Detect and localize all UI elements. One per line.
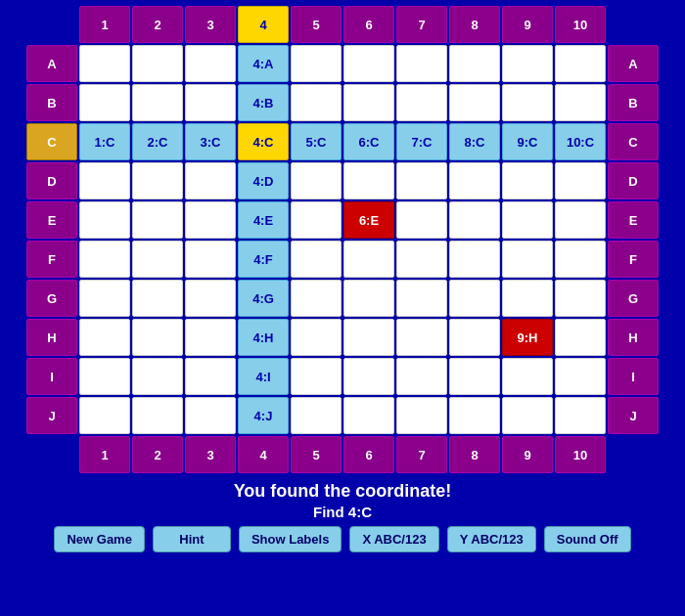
cell-8D[interactable] (449, 162, 500, 199)
cell-7B[interactable] (396, 84, 447, 121)
cell-5D[interactable] (291, 162, 342, 199)
show-labels-button[interactable]: Show Labels (239, 526, 342, 552)
cell-10I[interactable] (555, 358, 606, 395)
cell-2G[interactable] (132, 280, 183, 317)
cell-7F[interactable] (396, 241, 447, 278)
cell-9F[interactable] (502, 241, 553, 278)
cell-1B[interactable] (79, 84, 130, 121)
cell-7A[interactable] (396, 45, 447, 82)
cell-9H[interactable]: 9:H (502, 319, 553, 356)
cell-6I[interactable] (343, 358, 394, 395)
row-header-H-right[interactable]: H (608, 319, 659, 356)
cell-4D[interactable]: 4:D (238, 162, 289, 199)
cell-7D[interactable] (396, 162, 447, 199)
row-header-A-right[interactable]: A (608, 45, 659, 82)
cell-9G[interactable] (502, 280, 553, 317)
cell-8E[interactable] (449, 201, 500, 239)
row-header-B-left[interactable]: B (26, 84, 77, 121)
row-header-E-left[interactable]: E (26, 201, 77, 239)
cell-10D[interactable] (555, 162, 606, 199)
col-footer-8[interactable]: 8 (449, 436, 500, 473)
cell-4B[interactable]: 4:B (238, 84, 289, 121)
row-header-J-right[interactable]: J (608, 397, 659, 434)
col-footer-6[interactable]: 6 (343, 436, 394, 473)
row-header-C-right[interactable]: C (608, 123, 659, 160)
cell-10F[interactable] (555, 241, 606, 278)
cell-8F[interactable] (449, 241, 500, 278)
cell-6G[interactable] (343, 280, 394, 317)
cell-5H[interactable] (291, 319, 342, 356)
cell-3G[interactable] (185, 280, 236, 317)
cell-8H[interactable] (449, 319, 500, 356)
cell-10H[interactable] (555, 319, 606, 356)
cell-8I[interactable] (449, 358, 500, 395)
cell-3E[interactable] (185, 201, 236, 239)
cell-3B[interactable] (185, 84, 236, 121)
col-footer-2[interactable]: 2 (132, 436, 183, 473)
cell-3A[interactable] (185, 45, 236, 82)
col-footer-3[interactable]: 3 (185, 436, 236, 473)
cell-6E[interactable]: 6:E (343, 201, 394, 239)
cell-7H[interactable] (396, 319, 447, 356)
cell-7E[interactable] (396, 201, 447, 239)
row-header-G-right[interactable]: G (608, 280, 659, 317)
cell-2D[interactable] (132, 162, 183, 199)
cell-2I[interactable] (132, 358, 183, 395)
cell-5B[interactable] (291, 84, 342, 121)
cell-8C[interactable]: 8:C (449, 123, 500, 160)
col-footer-4[interactable]: 4 (238, 436, 289, 473)
cell-6B[interactable] (343, 84, 394, 121)
cell-10C[interactable]: 10:C (555, 123, 606, 160)
cell-1J[interactable] (79, 397, 130, 434)
cell-3I[interactable] (185, 358, 236, 395)
cell-2J[interactable] (132, 397, 183, 434)
cell-10G[interactable] (555, 280, 606, 317)
new-game-button[interactable]: New Game (54, 526, 144, 552)
col-header-10[interactable]: 10 (555, 6, 606, 43)
col-header-5[interactable]: 5 (291, 6, 342, 43)
col-header-8[interactable]: 8 (449, 6, 500, 43)
cell-1D[interactable] (79, 162, 130, 199)
sound-off-button[interactable]: Sound Off (544, 526, 631, 552)
cell-2A[interactable] (132, 45, 183, 82)
cell-9J[interactable] (502, 397, 553, 434)
y-abc-button[interactable]: Y ABC/123 (447, 526, 536, 552)
row-header-I-left[interactable]: I (26, 358, 77, 395)
col-header-3[interactable]: 3 (185, 6, 236, 43)
col-footer-9[interactable]: 9 (502, 436, 553, 473)
cell-4F[interactable]: 4:F (238, 241, 289, 278)
col-footer-1[interactable]: 1 (79, 436, 130, 473)
row-header-D-left[interactable]: D (26, 162, 77, 199)
cell-3F[interactable] (185, 241, 236, 278)
cell-2B[interactable] (132, 84, 183, 121)
row-header-I-right[interactable]: I (608, 358, 659, 395)
hint-button[interactable]: Hint (153, 526, 231, 552)
row-header-E-right[interactable]: E (608, 201, 659, 239)
cell-10A[interactable] (555, 45, 606, 82)
cell-5F[interactable] (291, 241, 342, 278)
cell-4H[interactable]: 4:H (238, 319, 289, 356)
cell-9E[interactable] (502, 201, 553, 239)
cell-5E[interactable] (291, 201, 342, 239)
cell-3J[interactable] (185, 397, 236, 434)
col-header-2[interactable]: 2 (132, 6, 183, 43)
cell-6D[interactable] (343, 162, 394, 199)
cell-9B[interactable] (502, 84, 553, 121)
row-header-F-right[interactable]: F (608, 241, 659, 278)
row-header-H-left[interactable]: H (26, 319, 77, 356)
cell-2F[interactable] (132, 241, 183, 278)
cell-2H[interactable] (132, 319, 183, 356)
cell-4G[interactable]: 4:G (238, 280, 289, 317)
cell-2C[interactable]: 2:C (132, 123, 183, 160)
cell-8A[interactable] (449, 45, 500, 82)
col-header-1[interactable]: 1 (79, 6, 130, 43)
cell-10B[interactable] (555, 84, 606, 121)
cell-10E[interactable] (555, 201, 606, 239)
col-footer-5[interactable]: 5 (291, 436, 342, 473)
cell-4E[interactable]: 4:E (238, 201, 289, 239)
row-header-G-left[interactable]: G (26, 280, 77, 317)
cell-5G[interactable] (291, 280, 342, 317)
cell-1A[interactable] (79, 45, 130, 82)
cell-1C[interactable]: 1:C (79, 123, 130, 160)
row-header-J-left[interactable]: J (26, 397, 77, 434)
